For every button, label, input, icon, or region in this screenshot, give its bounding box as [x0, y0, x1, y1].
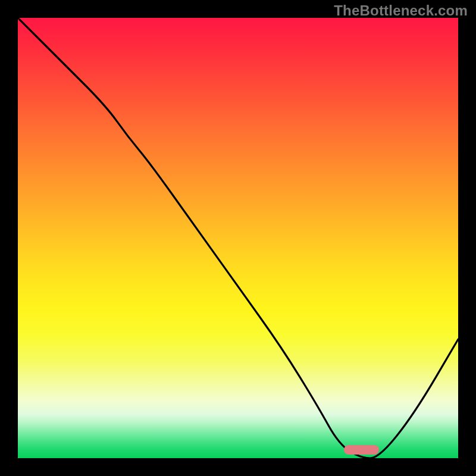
- curve-path: [18, 18, 458, 458]
- plot-area: [18, 18, 458, 458]
- watermark-text: TheBottleneck.com: [334, 2, 468, 19]
- chart-frame: TheBottleneck.com: [0, 0, 476, 476]
- optimal-marker: [344, 445, 379, 455]
- bottleneck-curve: [18, 18, 458, 458]
